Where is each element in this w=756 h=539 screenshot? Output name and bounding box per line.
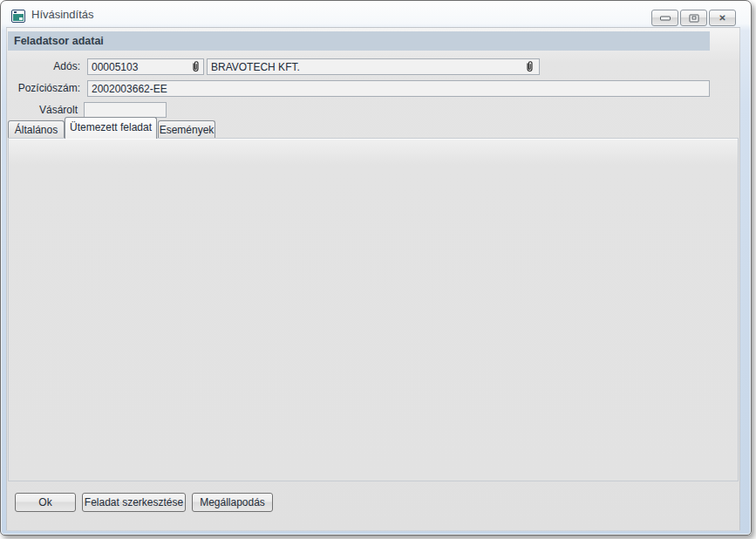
minimize-button[interactable] [651, 10, 678, 26]
edit-task-button[interactable]: Feladat szerkesztése [82, 493, 186, 512]
tab-panel [8, 138, 739, 481]
form-window-icon [11, 10, 25, 23]
tab-esemenyek[interactable]: Események [158, 120, 215, 138]
position-number-label: Pozíciószám: [1, 80, 85, 97]
close-button[interactable]: ✕ [709, 10, 736, 26]
ok-button[interactable]: Ok [15, 493, 76, 512]
window-title: Hívásindítás [31, 7, 94, 23]
debtor-code-field[interactable] [87, 58, 204, 75]
position-number-field[interactable] [87, 80, 710, 97]
maximize-button[interactable] [680, 10, 707, 26]
purchased-amount-field[interactable] [84, 102, 167, 118]
maximize-icon [689, 14, 698, 22]
dialog-window: Hívásindítás ✕ Feladatsor adatai Adós: P… [0, 0, 752, 536]
paperclip-icon[interactable] [525, 60, 535, 73]
paperclip-icon[interactable] [191, 60, 201, 73]
debtor-label: Adós: [1, 58, 85, 75]
tab-altalanos[interactable]: Általános [8, 120, 65, 138]
tab-utemezett-feladat[interactable]: Ütemezett feladat [65, 117, 157, 139]
screenshot-stage: Hívásindítás ✕ Feladatsor adatai Adós: P… [0, 0, 756, 539]
close-icon: ✕ [719, 14, 725, 23]
debtor-name-field[interactable] [207, 58, 540, 75]
group-header: Feladatsor adatai [8, 31, 710, 51]
minimize-icon [660, 16, 671, 20]
agreement-button[interactable]: Megállapodás [192, 493, 273, 512]
titlebar[interactable]: Hívásindítás ✕ [1, 1, 751, 27]
